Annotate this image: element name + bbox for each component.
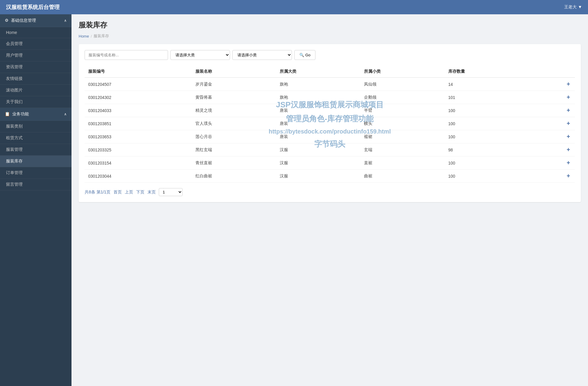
- cell-name: 青丝直裾: [192, 156, 276, 170]
- cell-category: 唐装: [276, 130, 360, 143]
- add-stock-button[interactable]: +: [565, 133, 571, 140]
- sidebar-item-clothing-management[interactable]: 服装管理: [0, 144, 71, 156]
- cell-name: 莲心月谷: [192, 130, 276, 143]
- cell-stock: 100: [445, 170, 529, 183]
- col-header-subcategory: 所属小类: [360, 66, 445, 77]
- cell-subcategory: 半臂: [360, 104, 445, 117]
- cell-name: 黄昏将暮: [192, 91, 276, 104]
- breadcrumb-separator: /: [91, 34, 92, 38]
- cell-action[interactable]: +: [529, 117, 575, 130]
- pagination-prev[interactable]: 上页: [125, 190, 133, 195]
- main-layout: ⚙ 基础信息管理 ∧ Home 会员管理 用户管理 资讯管理 友情链接 滚动图片…: [0, 14, 588, 386]
- cell-action[interactable]: +: [529, 77, 575, 91]
- cell-action[interactable]: +: [529, 156, 575, 170]
- content-area: 服装库存 Home / 服装库存 请选择大类 请选择小类 🔍 Go: [71, 14, 588, 386]
- cell-action[interactable]: +: [529, 143, 575, 156]
- add-stock-button[interactable]: +: [565, 94, 571, 101]
- sidebar-item-members[interactable]: 会员管理: [0, 38, 71, 50]
- page-title: 服装库存: [79, 20, 581, 30]
- gear-icon: ⚙: [5, 18, 9, 23]
- col-header-stock: 库存数量: [445, 66, 529, 77]
- cell-stock: 98: [445, 143, 529, 156]
- sidebar-item-carousel[interactable]: 滚动图片: [0, 85, 71, 96]
- breadcrumb-home[interactable]: Home: [79, 34, 89, 38]
- cell-action[interactable]: +: [529, 130, 575, 143]
- cell-subcategory: 玄端: [360, 143, 445, 156]
- sidebar-item-users[interactable]: 用户管理: [0, 50, 71, 61]
- add-stock-button[interactable]: +: [565, 107, 571, 114]
- col-header-action: [529, 66, 575, 77]
- sidebar-section-business[interactable]: 📋 业务功能 ∧: [0, 108, 71, 121]
- search-input[interactable]: [85, 50, 168, 60]
- sidebar-item-about[interactable]: 关于我们: [0, 96, 71, 108]
- table-row: 0301203325 黑红玄端 汉服 玄端 98 +: [85, 143, 575, 156]
- cell-subcategory: 直裾: [360, 156, 445, 170]
- cell-action[interactable]: +: [529, 104, 575, 117]
- sidebar-item-clothing-inventory[interactable]: 服装库存: [0, 156, 71, 167]
- cell-name: 红白曲裾: [192, 170, 276, 183]
- sidebar-item-clothing-category[interactable]: 服装类别: [0, 121, 71, 132]
- add-stock-button[interactable]: +: [565, 81, 571, 88]
- sidebar: ⚙ 基础信息管理 ∧ Home 会员管理 用户管理 资讯管理 友情链接 滚动图片…: [0, 14, 71, 386]
- main-card: 请选择大类 请选择小类 🔍 Go JSP汉服服饰租赁展示商城项目 管理员角色-库…: [79, 44, 581, 202]
- inventory-table-wrap: JSP汉服服饰租赁展示商城项目 管理员角色-库存管理功能 https://byt…: [85, 66, 575, 183]
- cell-category: 旗袍: [276, 77, 360, 91]
- sidebar-section-basic-label: ⚙ 基础信息管理: [5, 18, 36, 23]
- table-header-row: 服装编号 服装名称 所属大类 所属小类 库存数量: [85, 66, 575, 77]
- cell-category: 旗袍: [276, 91, 360, 104]
- cell-id: 0301204507: [85, 77, 192, 91]
- cell-action[interactable]: +: [529, 170, 575, 183]
- cell-stock: 100: [445, 117, 529, 130]
- cell-name: 官人璞头: [192, 117, 276, 130]
- cell-id: 0301204033: [85, 104, 192, 117]
- page-select[interactable]: 1: [159, 188, 183, 196]
- search-icon: 🔍: [299, 53, 304, 57]
- header-title: 汉服租赁系统后台管理: [6, 4, 60, 11]
- sidebar-item-links[interactable]: 友情链接: [0, 73, 71, 85]
- table-row: 0301203044 红白曲裾 汉服 曲裾 100 +: [85, 170, 575, 183]
- cell-id: 0301203325: [85, 143, 192, 156]
- col-header-name: 服装名称: [192, 66, 276, 77]
- col-header-id: 服装编号: [85, 66, 192, 77]
- sidebar-item-order-management[interactable]: 订单管理: [0, 167, 71, 179]
- sidebar-section-basic[interactable]: ⚙ 基础信息管理 ∧: [0, 14, 71, 27]
- cell-name: 精灵之境: [192, 104, 276, 117]
- col-header-category: 所属大类: [276, 66, 360, 77]
- add-stock-button[interactable]: +: [565, 120, 571, 127]
- sidebar-section2-items: 服装类别 租赁方式 服装管理 服装库存 订单管理 留言管理: [0, 121, 71, 190]
- business-icon: 📋: [5, 111, 10, 116]
- sidebar-item-news[interactable]: 资讯管理: [0, 61, 71, 73]
- cell-category: 汉服: [276, 143, 360, 156]
- header: 汉服租赁系统后台管理 王老大 ▼: [0, 0, 588, 14]
- breadcrumb: Home / 服装库存: [79, 33, 581, 39]
- pagination-first[interactable]: 首页: [113, 190, 122, 195]
- cell-stock: 100: [445, 130, 529, 143]
- cell-subcategory: 襦裙: [360, 130, 445, 143]
- pagination: 共8条 第1/1页 首页 上页 下页 末页 1: [85, 188, 575, 196]
- add-stock-button[interactable]: +: [565, 159, 571, 166]
- sidebar-item-message-management[interactable]: 留言管理: [0, 179, 71, 190]
- go-button[interactable]: 🔍 Go: [294, 50, 315, 60]
- cell-action[interactable]: +: [529, 91, 575, 104]
- category-select[interactable]: 请选择大类: [170, 50, 230, 60]
- cell-stock: 14: [445, 77, 529, 91]
- sidebar-item-home[interactable]: Home: [0, 27, 71, 38]
- cell-id: 0301203653: [85, 130, 192, 143]
- cell-subcategory: 企鹅领: [360, 91, 445, 104]
- cell-category: 唐装: [276, 104, 360, 117]
- table-row: 0301204302 黄昏将暮 旗袍 企鹅领 101 +: [85, 91, 575, 104]
- cell-name: 黑红玄端: [192, 143, 276, 156]
- table-row: 0301203154 青丝直裾 汉服 直裾 100 +: [85, 156, 575, 170]
- cell-subcategory: 曲裾: [360, 170, 445, 183]
- table-row: 0301204507 岁月鎏金 旗袍 凤仙领 14 +: [85, 77, 575, 91]
- pagination-last[interactable]: 末页: [147, 190, 156, 195]
- search-bar: 请选择大类 请选择小类 🔍 Go: [85, 50, 575, 60]
- header-user[interactable]: 王老大 ▼: [564, 4, 582, 10]
- sidebar-item-rental-method[interactable]: 租赁方式: [0, 132, 71, 144]
- pagination-next[interactable]: 下页: [136, 190, 144, 195]
- cell-subcategory: 幞头: [360, 117, 445, 130]
- pagination-info: 共8条 第1/1页: [85, 190, 111, 195]
- subcategory-select[interactable]: 请选择小类: [232, 50, 292, 60]
- add-stock-button[interactable]: +: [565, 173, 571, 179]
- add-stock-button[interactable]: +: [565, 146, 571, 153]
